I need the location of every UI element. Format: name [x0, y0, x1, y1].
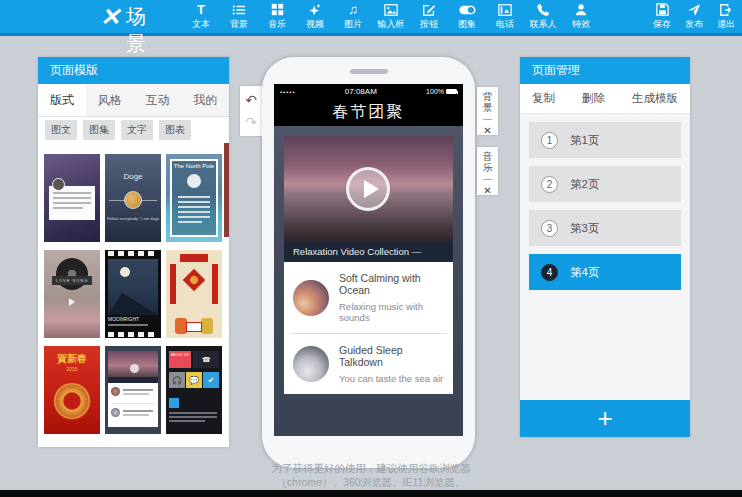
page-title[interactable]: 春节团聚	[274, 99, 463, 126]
template-thumb-doge[interactable]: Doge Follow everybody ! I am doge	[105, 154, 161, 242]
save-icon	[656, 2, 669, 17]
toolbar-item-input[interactable]: 输入框	[372, 2, 410, 31]
template-thumb-north-pole[interactable]: The North Pole	[166, 154, 222, 242]
status-time: 07:08AM	[296, 87, 427, 96]
filter-gallery[interactable]: 图集	[83, 120, 115, 140]
template-panel-scrollbar[interactable]	[224, 143, 229, 237]
toolbar-item-text[interactable]: T 文本	[182, 2, 220, 31]
toolbar-item-effects[interactable]: 特效	[562, 2, 600, 31]
cartoon-kid	[201, 318, 213, 334]
page-canvas[interactable]: Relaxation Video Collection — Soft Calmi…	[274, 126, 463, 436]
phone-screen: ••••• 07:08AM 100% 春节团聚 Relaxation Video…	[274, 84, 463, 436]
toolbar-item-telephone[interactable]: 电话	[486, 2, 524, 31]
video-element[interactable]	[284, 136, 453, 241]
toolbar-item-picture[interactable]: ♫ 图片	[334, 2, 372, 31]
audio-list-card: Soft Calming with Ocean Relaxing music w…	[284, 262, 453, 394]
layer-tab-music[interactable]: 音乐 — ✕	[477, 147, 498, 195]
layer-tab-background[interactable]: 背景 — ✕	[477, 87, 498, 135]
toolbar-item-background[interactable]: 背景	[220, 2, 258, 31]
minimize-icon[interactable]: —	[483, 115, 492, 124]
exit-button[interactable]: 退出	[710, 2, 742, 31]
redo-icon[interactable]: ↷	[245, 115, 257, 129]
logo-x-icon: ✕	[100, 5, 120, 29]
music-note-icon: ♫	[348, 2, 358, 17]
toolbar-items: T 文本 背景 音乐 视频 ♫ 图片	[182, 2, 600, 31]
toolbar-actions: 保存 发布 退出	[646, 2, 742, 31]
video-caption[interactable]: Relaxation Video Collection —	[284, 241, 453, 262]
template-panel-title: 页面模版	[38, 57, 229, 84]
tab-style[interactable]: 风格	[86, 84, 134, 116]
list-item-thumbnail	[293, 346, 329, 382]
page-manager-panel: 页面管理 复制 删除 生成模版 1 第1页 2 第2页 3 第3页 4 第4页 …	[520, 57, 690, 437]
battery-indicator: 100%	[426, 88, 457, 95]
edit-icon	[422, 2, 436, 17]
add-page-button[interactable]: +	[520, 400, 690, 437]
status-bar: ••••• 07:08AM 100%	[274, 84, 463, 99]
avatar	[52, 178, 65, 191]
copy-button[interactable]: 复制	[532, 91, 555, 106]
play-button[interactable]	[346, 167, 390, 211]
play-triangle	[69, 298, 75, 306]
toolbar-item-gallery[interactable]: 图集	[448, 2, 486, 31]
template-thumb-dark-grid[interactable]: ABOUT US ☎ 🎧 💬 ✔	[166, 346, 222, 434]
template-thumb-love-song[interactable]: LOVE SONG	[44, 250, 100, 338]
template-tabs: 版式 风格 互动 我的	[38, 84, 229, 117]
minimize-icon[interactable]: —	[483, 175, 492, 184]
template-thumb-chat-card[interactable]	[44, 154, 100, 242]
template-grid: Doge Follow everybody ! I am doge The No…	[44, 149, 222, 434]
template-thumb-cny-red[interactable]: 賀新春 2015	[44, 346, 100, 434]
star-icon	[308, 2, 322, 17]
page-item-2[interactable]: 2 第2页	[529, 166, 681, 202]
browser-advice-note: 为了获得更好的使用，建议使用谷歌浏览器 （chrome）、360浏览器、IE11…	[0, 461, 742, 489]
page-number-badge: 1	[541, 132, 558, 149]
page-item-3[interactable]: 3 第3页	[529, 210, 681, 246]
red-banner	[180, 254, 208, 262]
filter-text[interactable]: 文字	[121, 120, 153, 140]
page-item-4[interactable]: 4 第4页	[529, 254, 681, 290]
mountain	[108, 293, 158, 315]
close-icon[interactable]: ✕	[483, 186, 491, 196]
history-controls: ↶ ↷	[240, 86, 262, 136]
toolbar-item-video[interactable]: 视频	[296, 2, 334, 31]
image-icon	[384, 2, 398, 17]
phone-speaker	[350, 69, 388, 74]
grid-icon	[271, 2, 284, 17]
publish-icon	[687, 2, 701, 17]
page-number-badge: 3	[541, 220, 558, 237]
template-thumb-moonright[interactable]: MOONRIGHT	[105, 250, 161, 338]
close-icon[interactable]: ✕	[483, 126, 491, 136]
list-item[interactable]: Soft Calming with Ocean Relaxing music w…	[284, 262, 453, 333]
filter-image-text[interactable]: 图文	[45, 120, 77, 140]
doge-avatar	[124, 191, 142, 209]
undo-icon[interactable]: ↶	[245, 93, 257, 107]
list-icon	[232, 2, 246, 17]
publish-button[interactable]: 发布	[678, 2, 710, 31]
filter-chart[interactable]: 图表	[159, 120, 191, 140]
list-item[interactable]: Guided Sleep Talkdown You can taste the …	[290, 333, 447, 394]
battery-icon	[446, 89, 457, 94]
template-thumb-cny-couplets[interactable]	[166, 250, 222, 338]
list-item-thumbnail	[293, 280, 329, 316]
exit-icon	[719, 2, 733, 17]
page-number-badge: 2	[541, 176, 558, 193]
tab-layout[interactable]: 版式	[38, 84, 86, 116]
page-manager-title: 页面管理	[520, 57, 690, 84]
page-manager-actions: 复制 删除 生成模版	[520, 84, 690, 114]
moon	[120, 267, 130, 277]
tab-mine[interactable]: 我的	[181, 84, 229, 116]
page-list: 1 第1页 2 第2页 3 第3页 4 第4页	[520, 114, 690, 298]
text-icon: T	[197, 2, 205, 17]
app-logo: ✕ 微场景	[100, 0, 158, 57]
tab-interactive[interactable]: 互动	[134, 84, 182, 116]
phone-tile: ☎	[193, 351, 219, 368]
delete-button[interactable]: 删除	[582, 91, 605, 106]
make-template-button[interactable]: 生成模版	[632, 91, 678, 106]
toolbar-item-contacts[interactable]: 联系人	[524, 2, 562, 31]
page-item-1[interactable]: 1 第1页	[529, 122, 681, 158]
toolbar-item-button[interactable]: 按钮	[410, 2, 448, 31]
save-button[interactable]: 保存	[646, 2, 678, 31]
template-thumb-video-collection[interactable]	[105, 346, 161, 434]
toolbar-item-music[interactable]: 音乐	[258, 2, 296, 31]
template-filters: 图文 图集 文字 图表	[38, 117, 229, 143]
logo-text: 微场景	[126, 0, 158, 57]
